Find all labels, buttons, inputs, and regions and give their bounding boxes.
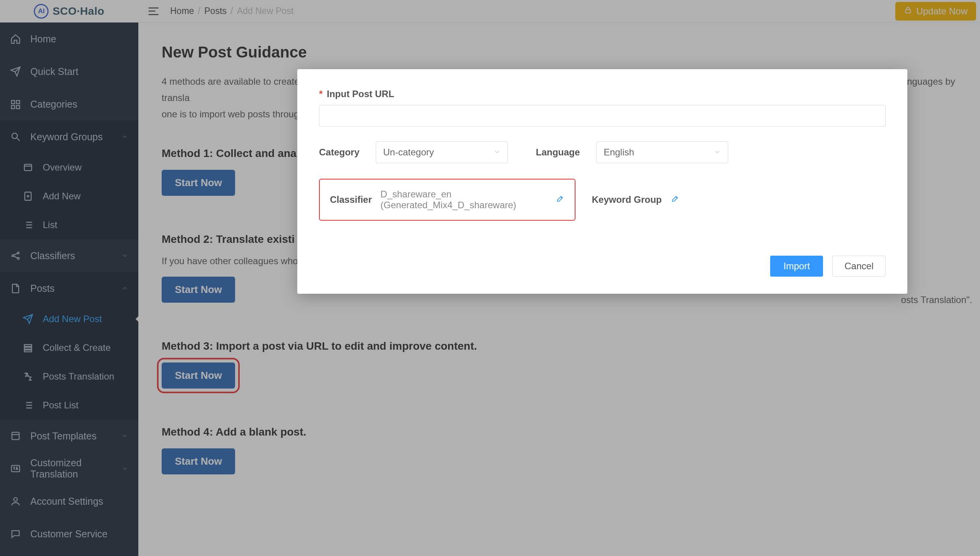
required-star: * — [319, 89, 323, 99]
keyword-group-label: Keyword Group — [592, 194, 662, 205]
keyword-group-block: Keyword Group — [592, 194, 680, 205]
input-url-label: * Input Post URL — [319, 89, 394, 99]
classifier-value: D_shareware_en (Generated_Mix4_D_sharewa… — [380, 189, 548, 211]
language-value: English — [603, 147, 634, 158]
classifier-block: Classifier D_shareware_en (Generated_Mix… — [319, 179, 575, 221]
category-value: Un-category — [383, 147, 434, 158]
import-button[interactable]: Import — [770, 256, 823, 277]
category-label: Category — [319, 147, 359, 158]
import-url-modal: * Input Post URL Category Un-category La… — [297, 69, 907, 294]
category-select[interactable]: Un-category — [376, 141, 508, 163]
chevron-down-icon — [714, 147, 721, 158]
edit-keyword-group-icon[interactable] — [671, 194, 680, 205]
chevron-down-icon — [493, 147, 500, 158]
classifier-label: Classifier — [330, 194, 372, 205]
language-select[interactable]: English — [596, 141, 728, 163]
modal-actions: Import Cancel — [319, 256, 886, 277]
input-url-label-text: Input Post URL — [327, 89, 394, 99]
cancel-button[interactable]: Cancel — [832, 256, 886, 277]
language-label: Language — [536, 147, 580, 158]
edit-classifier-icon[interactable] — [556, 194, 565, 205]
post-url-input[interactable] — [319, 105, 886, 127]
